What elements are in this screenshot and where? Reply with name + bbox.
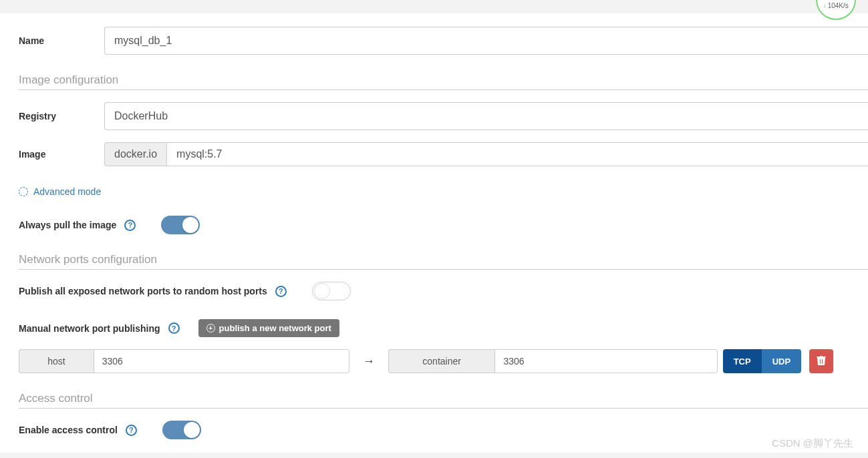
image-registry-prefix: docker.io — [104, 142, 166, 166]
container-port-input[interactable] — [494, 349, 717, 373]
enable-access-toggle[interactable] — [162, 421, 201, 439]
host-port-label: host — [19, 349, 94, 373]
publish-port-button-label: publish a new network port — [219, 323, 331, 333]
advanced-mode-link[interactable]: Advanced mode — [19, 186, 101, 197]
image-input[interactable] — [166, 142, 868, 166]
name-label: Name — [19, 35, 104, 46]
name-row: Name — [19, 27, 868, 55]
tcp-button[interactable]: TCP — [723, 349, 762, 373]
plus-circle-icon: + — [206, 324, 215, 332]
help-icon[interactable]: ? — [275, 286, 287, 297]
help-icon[interactable]: ? — [168, 322, 180, 334]
arrow-right-icon: → — [363, 355, 375, 369]
registry-label: Registry — [19, 111, 104, 122]
enable-access-label: Enable access control — [19, 425, 118, 435]
host-port-input[interactable] — [94, 349, 349, 373]
help-icon[interactable]: ? — [126, 425, 137, 436]
publish-all-toggle[interactable] — [312, 282, 351, 300]
manual-port-label: Manual network port publishing — [19, 323, 160, 334]
download-arrow-icon: ↓ — [823, 2, 827, 9]
help-icon[interactable]: ? — [124, 220, 136, 231]
udp-button[interactable]: UDP — [762, 349, 801, 373]
image-label: Image — [19, 149, 104, 160]
publish-all-label: Publish all exposed network ports to ran… — [19, 286, 267, 296]
publish-all-row: Publish all exposed network ports to ran… — [19, 282, 868, 300]
registry-select[interactable] — [104, 102, 868, 130]
container-port-label: container — [388, 349, 495, 373]
name-input[interactable] — [104, 27, 868, 55]
globe-icon — [19, 187, 28, 196]
image-row: Image docker.io — [19, 142, 868, 166]
image-config-section-title: Image configuration — [19, 73, 868, 90]
port-mapping-row: host → container TCP UDP — [19, 349, 833, 373]
manual-port-row: Manual network port publishing ? + publi… — [19, 319, 868, 337]
access-control-section-title: Access control — [19, 392, 868, 409]
speed-value: 104K/s — [828, 2, 849, 9]
publish-port-button[interactable]: + publish a new network port — [198, 319, 339, 337]
always-pull-row: Always pull the image ? — [19, 216, 868, 234]
trash-icon — [817, 355, 826, 368]
always-pull-label: Always pull the image — [19, 220, 116, 230]
always-pull-toggle[interactable] — [161, 216, 200, 234]
advanced-mode-text: Advanced mode — [33, 186, 101, 197]
delete-port-button[interactable] — [809, 349, 833, 373]
container-form: Name Image configuration Registry Image … — [0, 13, 868, 453]
enable-access-row: Enable access control ? — [19, 421, 868, 439]
network-ports-section-title: Network ports configuration — [19, 253, 868, 270]
registry-row: Registry — [19, 102, 868, 130]
protocol-group: TCP UDP — [723, 349, 801, 373]
image-input-group: docker.io — [104, 142, 868, 166]
